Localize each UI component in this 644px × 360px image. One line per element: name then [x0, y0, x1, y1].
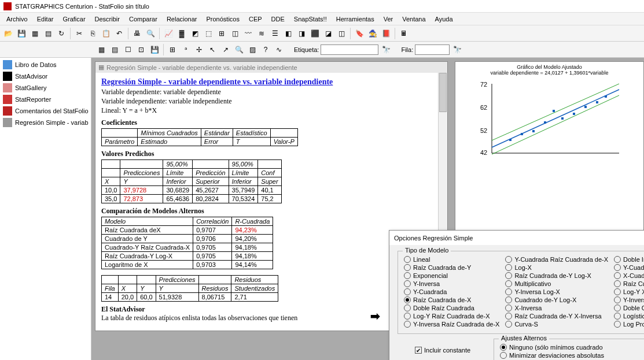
preview-icon[interactable]: 🔍	[145, 28, 156, 39]
predicciones-table: 95,00%95,00% PrediccionesLímitePredicció…	[101, 159, 282, 203]
chart7-icon[interactable]: 〰	[242, 28, 254, 39]
menu-cep[interactable]: CEP	[245, 14, 266, 24]
t2-d-icon[interactable]: ⊡	[135, 44, 147, 55]
open-icon[interactable]: 📂	[2, 28, 14, 39]
model-radio[interactable]: Log-X	[505, 264, 608, 271]
model-radio[interactable]: X-Cuadrada	[614, 272, 644, 279]
model-radio[interactable]: Multiplicativo	[505, 280, 608, 287]
chart11-icon[interactable]: ◨	[296, 28, 307, 39]
grid-icon[interactable]: ▦	[29, 28, 41, 39]
sidebar-item-regresion[interactable]: Regresión Simple - variab	[1, 117, 90, 128]
menu-editar[interactable]: Editar	[33, 14, 58, 24]
t2-help-icon[interactable]: ?	[260, 44, 271, 55]
t2-a-icon[interactable]: ▦	[95, 44, 107, 55]
model-radio[interactable]: Doble Cuadrado	[614, 305, 644, 311]
menu-graficar[interactable]: Graficar	[58, 14, 89, 24]
model-radio[interactable]: Y-Cuadrada Raíz Cuadrada de-X	[505, 256, 608, 263]
menu-comparar[interactable]: Comparar	[125, 14, 161, 24]
menu-herramientas[interactable]: Herramientas	[332, 14, 378, 24]
model-radio[interactable]: Y-Inversa X-Cuadrada	[614, 296, 644, 303]
menu-ventana[interactable]: Ventana	[398, 14, 429, 24]
etiqueta-input[interactable]	[321, 44, 378, 55]
model-radio[interactable]: Raíz Cuadrada de-Y X-Inversa	[505, 313, 608, 320]
t2-k-icon[interactable]: ▨	[246, 44, 258, 55]
model-radio[interactable]: Raíz Cuadrada de-Y X-Cuadrada	[614, 280, 644, 287]
model-radio[interactable]: Doble Inverso	[614, 256, 644, 263]
chart5-icon[interactable]: ⊞	[216, 28, 227, 39]
cut-icon[interactable]: ✂	[73, 28, 85, 39]
t2-g-icon[interactable]: ᵃ	[180, 44, 192, 55]
t2-f-icon[interactable]: ⊞	[167, 44, 178, 55]
t2-c-icon[interactable]: ☐	[122, 44, 134, 55]
chart9-icon[interactable]: ☰	[269, 28, 281, 39]
undo-icon[interactable]: ↶	[113, 28, 125, 39]
model-radio[interactable]: Y-Inversa	[404, 280, 499, 287]
calc-icon[interactable]: 🖩	[398, 28, 410, 39]
model-radio[interactable]: Exponencial	[404, 272, 499, 279]
model-radio[interactable]: Cuadrado de-Y Log-X	[505, 296, 608, 303]
t2-zoom-icon[interactable]: 🔍	[233, 44, 245, 55]
model-radio[interactable]: Raíz Cuadrada de-Y Log-X	[505, 272, 608, 279]
sidebar-item-libro[interactable]: Libro de Datos	[1, 59, 90, 70]
sidebar-item-comentarios[interactable]: Comentarios del StatFolio	[1, 105, 90, 117]
model-radio[interactable]: Y-Cuadrada X-Inversa	[614, 264, 644, 271]
binoculars1-icon[interactable]: 🔭	[380, 44, 392, 55]
scroll-thumb[interactable]	[439, 73, 447, 112]
chart4-icon[interactable]: ⬚	[203, 28, 214, 39]
menu-ayuda[interactable]: Ayuda	[431, 14, 457, 24]
sidebar-item-statgallery[interactable]: StatGallery	[1, 82, 90, 94]
menu-snapstats[interactable]: SnapStats!!	[290, 14, 331, 24]
t2-l-icon[interactable]: ∿	[273, 44, 285, 55]
chart12-icon[interactable]: ⬛	[309, 28, 321, 39]
menu-describir[interactable]: Describir	[91, 14, 124, 24]
save-icon[interactable]: 💾	[16, 28, 27, 39]
t2-i-icon[interactable]: ↖	[207, 44, 218, 55]
model-radio[interactable]: Log-Y Raíz Cuadrada de-X	[404, 313, 499, 320]
chart6-icon[interactable]: ◫	[229, 28, 241, 39]
menu-dde[interactable]: DDE	[267, 14, 289, 24]
chart10-icon[interactable]: ◧	[282, 28, 294, 39]
chart8-icon[interactable]: ≋	[256, 28, 267, 39]
paste-icon[interactable]: 📋	[100, 28, 112, 39]
t2-h-icon[interactable]: ✢	[193, 44, 205, 55]
model-radio[interactable]: X-Inversa	[505, 305, 608, 311]
model-radio[interactable]: Y-Inversa Log-X	[505, 288, 608, 295]
wizard-icon[interactable]: 🧙	[367, 28, 378, 39]
menu-pronosticos[interactable]: Pronósticos	[202, 14, 243, 24]
model-radio[interactable]: Logístico	[614, 313, 644, 320]
copy-icon[interactable]: ⎘	[87, 28, 98, 39]
chart13-icon[interactable]: ◪	[322, 28, 334, 39]
sidebar-item-statreporter[interactable]: StatReporter	[1, 94, 90, 105]
tag-icon[interactable]: 🔖	[354, 28, 365, 39]
menu-relacionar[interactable]: Relacionar	[163, 14, 201, 24]
model-radio[interactable]: Y-Cuadrada	[404, 288, 499, 295]
alt-radio[interactable]: Minimizar desviaciones absolutas	[500, 352, 644, 359]
chart1-icon[interactable]: 📈	[163, 28, 174, 39]
t2-j-icon[interactable]: ↗	[220, 44, 231, 55]
menu-archivo[interactable]: Archivo	[2, 14, 32, 24]
model-radio[interactable]: Y-Inversa Raíz Cuadrada de-X	[404, 321, 499, 328]
binoculars2-icon[interactable]: 🔭	[451, 44, 463, 55]
model-radio[interactable]: Log-Y X-Cuadrada	[614, 288, 644, 295]
menu-ver[interactable]: Ver	[380, 14, 398, 24]
model-radio[interactable]: Doble Raíz Cuadrada	[404, 305, 499, 311]
model-radio[interactable]: Raíz Cuadrada de-X	[404, 296, 499, 303]
book-icon[interactable]: 📕	[380, 28, 392, 39]
model-radio[interactable]: Raíz Cuadrada de-Y	[404, 264, 499, 271]
model-radio[interactable]: Lineal	[404, 256, 499, 263]
chart2-icon[interactable]: ▓	[176, 28, 187, 39]
model-radio[interactable]: Curva-S	[505, 321, 608, 328]
chart3-icon[interactable]: ◩	[189, 28, 201, 39]
include-constant-checkbox[interactable]: ✔ Incluir constante	[415, 347, 470, 354]
print-icon[interactable]: 🖶	[131, 28, 143, 39]
model-radio[interactable]: Log Probit	[614, 321, 644, 328]
grid2-icon[interactable]: ▤	[42, 28, 54, 39]
refresh-icon[interactable]: ↻	[56, 28, 67, 39]
t2-e-icon[interactable]: 💾	[149, 44, 160, 55]
analysis-title-link[interactable]: Regresión Simple - variable dependiente …	[101, 77, 441, 87]
t2-b-icon[interactable]: ▤	[109, 44, 120, 55]
sidebar-item-statadvisor[interactable]: StatAdvisor	[1, 70, 90, 82]
alt-radio[interactable]: Ninguno (sólo mínimos cuadrado	[500, 344, 644, 351]
chart14-icon[interactable]: ◫	[336, 28, 347, 39]
fila-input[interactable]	[415, 44, 450, 55]
